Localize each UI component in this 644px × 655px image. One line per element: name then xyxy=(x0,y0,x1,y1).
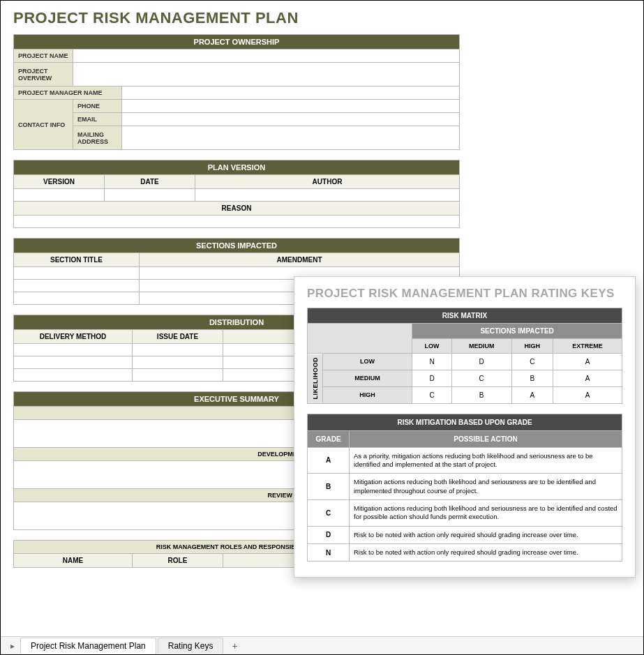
project-overview-label: PROJECT OVERVIEW xyxy=(14,63,73,86)
action-cell: Risk to be noted with action only requir… xyxy=(350,543,622,561)
grid-cell: D xyxy=(451,354,511,370)
action-cell: Mitigation actions reducing both likelih… xyxy=(350,474,622,500)
grade-cell: N xyxy=(308,543,350,561)
add-tab-button[interactable]: + xyxy=(225,638,244,654)
project-name-field[interactable] xyxy=(73,50,460,63)
matrix-header: RISK MATRIX xyxy=(308,308,622,324)
grid-cell: B xyxy=(511,370,553,386)
ownership-table: PROJECT OWNERSHIP PROJECT NAME PROJECT O… xyxy=(13,34,460,150)
contact-info-label: CONTACT INFO xyxy=(14,100,73,150)
sections-header: SECTIONS IMPACTED xyxy=(14,239,460,253)
card-title: PROJECT RISK MANAGEMENT PLAN RATING KEYS xyxy=(307,287,622,301)
grade-cell: C xyxy=(308,499,350,526)
grid-cell: B xyxy=(451,386,511,403)
rating-keys-card: PROJECT RISK MANAGEMENT PLAN RATING KEYS… xyxy=(294,276,636,578)
version-col: VERSION xyxy=(14,175,105,189)
grade-cell: B xyxy=(308,474,350,500)
mitigation-table: RISK MITIGATION BASED UPON GRADE GRADEPO… xyxy=(307,414,622,562)
table-cell[interactable] xyxy=(14,369,133,382)
section-title-col: SECTION TITLE xyxy=(14,253,140,267)
date-cell[interactable] xyxy=(105,189,195,202)
table-cell[interactable] xyxy=(133,344,223,356)
table-cell[interactable] xyxy=(14,356,133,369)
col-extreme: EXTREME xyxy=(553,339,622,354)
version-cell[interactable] xyxy=(14,189,105,202)
phone-field[interactable] xyxy=(122,100,460,113)
date-col: DATE xyxy=(105,175,195,189)
email-label: EMAIL xyxy=(73,113,122,126)
grid-cell: A xyxy=(553,354,622,370)
project-overview-field[interactable] xyxy=(73,63,460,86)
roles-name-col: NAME xyxy=(14,554,133,568)
project-name-label: PROJECT NAME xyxy=(14,50,73,63)
sheet-tab-bar: ▸ Project Risk Management Plan Rating Ke… xyxy=(1,636,643,654)
email-field[interactable] xyxy=(122,113,460,126)
action-cell: Mitigation actions reducing both likelih… xyxy=(350,499,622,526)
project-manager-label: PROJECT MANAGER NAME xyxy=(14,86,122,100)
table-cell[interactable] xyxy=(14,292,140,305)
grid-cell: C xyxy=(451,370,511,386)
mailing-field[interactable] xyxy=(122,126,460,150)
grid-cell: A xyxy=(511,386,553,403)
col-medium: MEDIUM xyxy=(451,339,511,354)
plan-version-header: PLAN VERSION xyxy=(14,160,460,175)
grid-cell: A xyxy=(553,370,622,386)
ownership-header: PROJECT OWNERSHIP xyxy=(14,35,460,50)
tab-scroll-arrow-icon[interactable]: ▸ xyxy=(5,641,20,651)
mitigation-header: RISK MITIGATION BASED UPON GRADE xyxy=(308,414,622,430)
col-high: HIGH xyxy=(511,339,553,354)
phone-label: PHONE xyxy=(73,100,122,113)
table-cell[interactable] xyxy=(133,356,223,369)
tab-rating-keys[interactable]: Rating Keys xyxy=(158,638,224,654)
likelihood-label: LIKELIHOOD xyxy=(308,354,323,404)
grid-cell: C xyxy=(511,354,553,370)
table-cell[interactable] xyxy=(14,344,133,356)
sections-impacted-header: SECTIONS IMPACTED xyxy=(412,324,622,339)
table-cell[interactable] xyxy=(14,267,140,280)
action-cell: Risk to be noted with action only requir… xyxy=(350,526,622,543)
issue-date-col: ISSUE DATE xyxy=(133,330,223,344)
action-col: POSSIBLE ACTION xyxy=(350,430,622,447)
delivery-col: DELIVERY METHOD xyxy=(14,330,133,344)
author-cell[interactable] xyxy=(195,189,460,202)
grid-cell: C xyxy=(412,386,452,403)
row-medium: MEDIUM xyxy=(323,370,412,386)
grid-cell: N xyxy=(412,354,452,370)
grade-col: GRADE xyxy=(308,430,350,447)
author-col: AUTHOR xyxy=(195,175,460,189)
project-manager-field[interactable] xyxy=(122,86,460,100)
grid-cell: D xyxy=(412,370,452,386)
table-cell[interactable] xyxy=(14,280,140,292)
table-cell[interactable] xyxy=(133,369,223,382)
grade-cell: A xyxy=(308,447,350,474)
tab-project-risk-management-plan[interactable]: Project Risk Management Plan xyxy=(20,638,156,655)
col-low: LOW xyxy=(412,339,452,354)
grade-cell: D xyxy=(308,526,350,543)
matrix-corner xyxy=(308,324,412,354)
roles-role-col: ROLE xyxy=(133,554,223,568)
reason-col: REASON xyxy=(14,202,460,216)
action-cell: As a priority, mitigation actions reduci… xyxy=(350,447,622,474)
reason-cell[interactable] xyxy=(14,216,460,228)
mailing-label: MAILING ADDRESS xyxy=(73,126,122,150)
risk-matrix-table: RISK MATRIX SECTIONS IMPACTED LOWMEDIUMH… xyxy=(307,308,622,404)
amendment-col: AMENDMENT xyxy=(140,253,460,267)
grid-cell: A xyxy=(553,386,622,403)
row-high: HIGH xyxy=(323,386,412,403)
plan-version-table: PLAN VERSION VERSIONDATEAUTHOR REASON xyxy=(13,160,460,228)
row-low: LOW xyxy=(323,354,412,370)
page-title: PROJECT RISK MANAGEMENT PLAN xyxy=(13,9,631,27)
